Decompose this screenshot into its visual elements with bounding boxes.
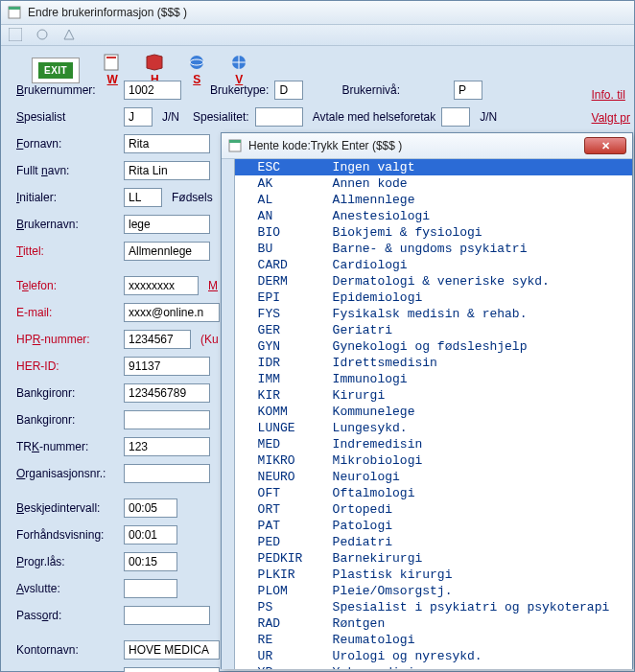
code-list-item[interactable]: PAT Patologi (235, 518, 632, 534)
brukertype-field[interactable] (274, 81, 303, 100)
code-list-item[interactable]: YR Yrkesmedisin (235, 664, 632, 669)
code-list-item[interactable]: GER Geriatri (235, 322, 632, 338)
spesialitet-field[interactable] (255, 107, 303, 127)
window-title: Endre brukerinformasjon ($$$ ) (28, 6, 187, 19)
kontor-label: Kontornavn: (16, 643, 124, 657)
popup-titlebar[interactable]: Hente kode:Trykk Enter ($$$ ) ✕ (222, 133, 632, 159)
globe-icon-2 (229, 54, 248, 71)
main-titlebar[interactable]: Endre brukerinformasjon ($$$ ) (1, 1, 634, 25)
code-list-item[interactable]: MIKRO Mikrobiologi (235, 452, 632, 469)
svg-point-3 (37, 30, 47, 39)
code-list-item[interactable]: GYN Gynekologi og fødsleshjelp (235, 338, 632, 355)
code-list-item[interactable]: RE Reumatologi (235, 632, 632, 648)
code-list-item[interactable]: AK Annen kode (235, 175, 632, 192)
beskjed-field[interactable] (124, 498, 177, 518)
telefon-field[interactable] (124, 276, 199, 295)
email-label: E-mail: (16, 306, 124, 319)
tool-icon-2[interactable] (35, 28, 51, 43)
svg-rect-1 (9, 7, 20, 10)
fornavn-field[interactable] (124, 134, 210, 153)
code-list-item[interactable]: LUNGE Lungesykd. (235, 420, 632, 436)
globe-icon-1 (187, 54, 206, 71)
svg-point-6 (190, 56, 203, 69)
tittel-field[interactable] (124, 242, 210, 261)
code-list-item[interactable]: KIR Kirurgi (235, 387, 632, 404)
code-list-item[interactable]: OFT Oftalmologi (235, 485, 632, 501)
her-label: HER-ID: (16, 359, 124, 373)
org-field[interactable] (124, 464, 210, 483)
svg-rect-5 (106, 57, 116, 58)
telefon-label: Telefon: (16, 279, 124, 292)
bankgiro1-label: Bankgironr: (16, 386, 124, 400)
forhand-field[interactable] (124, 525, 177, 545)
avtale-label: Avtale med helseforetak (313, 110, 436, 124)
code-list-item[interactable]: PLKIR Plastisk kirurgi (235, 567, 632, 583)
book-icon (145, 54, 164, 71)
code-list-item[interactable]: AN Anestesiologi (235, 208, 632, 224)
telefon-side[interactable]: M (208, 279, 218, 292)
code-list-item[interactable]: NEURO Neurologi (235, 469, 632, 485)
code-list[interactable]: ESC Ingen valgt AK Annen kode AL Allmenn… (235, 159, 632, 669)
code-list-item[interactable]: EPI Epidemiologi (235, 290, 632, 306)
brukernavn-field[interactable] (124, 215, 210, 234)
initialer-field[interactable] (124, 188, 162, 207)
code-list-item[interactable]: PLOM Pleie/Omsorgstj. (235, 583, 632, 599)
progr-field[interactable] (124, 552, 177, 571)
trk-label: TRK-nummer: (16, 440, 124, 453)
spesialist-suffix: J/N (162, 110, 179, 124)
valgt-pr-link[interactable]: Valgt pr (592, 106, 630, 129)
top-icon-strip (1, 25, 634, 46)
adresse-field[interactable] (124, 667, 220, 672)
hpr-label: HPR-nummer: (16, 333, 124, 346)
close-button[interactable]: ✕ (584, 137, 626, 154)
avslutte-field[interactable] (124, 579, 177, 598)
app-icon (7, 5, 22, 20)
tittel-label: Tittel: (16, 244, 124, 258)
fornavn-label: Fornavn: (16, 137, 124, 151)
brukernummer-field[interactable] (124, 81, 181, 100)
tool-icon-3[interactable] (62, 28, 78, 43)
her-field[interactable] (124, 357, 210, 376)
code-list-item[interactable]: FYS Fysikalsk medisin & rehab. (235, 306, 632, 322)
spesialist-field[interactable] (124, 107, 153, 127)
code-list-item[interactable]: BU Barne- & ungdoms psykiatri (235, 241, 632, 257)
code-list-item[interactable]: RAD Røntgen (235, 615, 632, 632)
code-list-header[interactable]: ESC Ingen valgt (235, 159, 632, 175)
code-list-item[interactable]: PEDKIR Barnekirurgi (235, 550, 632, 567)
initialer-label: Initialer: (16, 191, 124, 204)
brukernummer-label: Brukernummer: (16, 83, 124, 97)
code-list-item[interactable]: ORT Ortopedi (235, 501, 632, 518)
popup-gutter (222, 159, 235, 669)
brukertype-label: Brukertype: (210, 83, 269, 97)
bankgiro1-field[interactable] (124, 383, 210, 403)
email-field[interactable] (124, 303, 220, 322)
progr-label: Progr.lås: (16, 555, 124, 568)
fulltnavn-field[interactable] (124, 161, 210, 180)
info-til-link[interactable]: Info. til (592, 83, 630, 106)
bankgiro2-field[interactable] (124, 410, 210, 429)
avtale-suffix: J/N (480, 110, 497, 124)
trk-field[interactable] (124, 437, 210, 456)
tool-icon-1[interactable] (9, 28, 24, 43)
code-list-item[interactable]: BIO Biokjemi & fysiologi (235, 224, 632, 241)
brukerniva-field[interactable] (454, 81, 482, 100)
code-list-item[interactable]: AL Allmennlege (235, 192, 632, 208)
code-list-item[interactable]: DERM Dermatologi & veneriske sykd. (235, 273, 632, 290)
code-list-item[interactable]: IDR Idrettsmedisin (235, 355, 632, 371)
code-list-item[interactable]: IMM Immunologi (235, 371, 632, 387)
code-picker-window: Hente kode:Trykk Enter ($$$ ) ✕ ESC Inge… (221, 132, 633, 669)
fodsels-label: Fødsels (172, 191, 213, 204)
avtale-field[interactable] (441, 107, 470, 127)
hpr-field[interactable] (124, 330, 191, 349)
right-info: Info. til Valgt pr (592, 83, 630, 129)
code-list-item[interactable]: PS Spesialist i psykiatri og psykoterapi (235, 599, 632, 615)
hpr-side: (Ku (200, 333, 219, 346)
code-list-item[interactable]: KOMM Kommunelege (235, 404, 632, 420)
code-list-item[interactable]: PED Pediatri (235, 534, 632, 550)
code-list-item[interactable]: MED Indremedisin (235, 436, 632, 452)
code-list-item[interactable]: CARD Cardiologi (235, 257, 632, 273)
passord-field[interactable] (124, 606, 210, 625)
svg-rect-10 (229, 140, 241, 143)
code-list-item[interactable]: UR Urologi og nyresykd. (235, 648, 632, 664)
kontor-field[interactable] (124, 640, 220, 660)
